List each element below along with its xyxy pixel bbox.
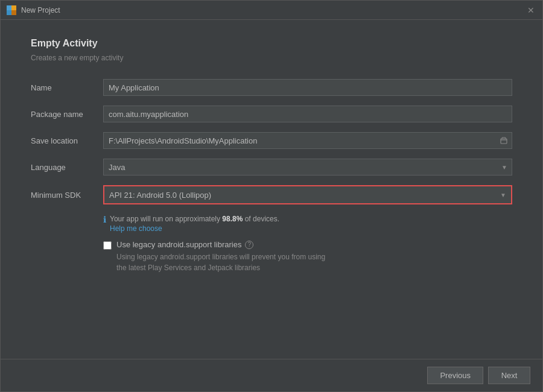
legacy-support-label: Use legacy android.support libraries ? <box>116 240 512 249</box>
next-button[interactable]: Next <box>488 367 530 384</box>
save-location-field <box>103 132 512 149</box>
info-text: Your app will run on approximately 98.8%… <box>110 215 279 223</box>
info-percentage: 98.8% <box>222 215 243 223</box>
minimum-sdk-select[interactable]: API 21: Android 5.0 (Lollipop) API 22: A… <box>104 186 511 203</box>
legacy-support-row: Use legacy android.support libraries ? U… <box>103 240 512 273</box>
dialog-content: Empty Activity Creates a new empty activ… <box>1 20 542 359</box>
info-content: Your app will run on approximately 98.8%… <box>110 214 279 233</box>
dialog-title: New Project <box>21 6 60 14</box>
close-button[interactable]: ✕ <box>526 5 536 16</box>
question-icon[interactable]: ? <box>245 241 253 249</box>
section-subtitle: Creates a new empty activity <box>31 54 512 62</box>
legacy-support-label-text: Use legacy android.support libraries <box>116 240 241 249</box>
save-location-row: Save location <box>31 132 512 149</box>
language-select-wrapper: Java Kotlin ▼ <box>103 159 512 175</box>
browse-button[interactable] <box>495 132 512 149</box>
info-suffix: of devices. <box>243 215 279 223</box>
language-row: Language Java Kotlin ▼ <box>31 159 512 175</box>
app-icon <box>7 5 16 15</box>
legacy-support-checkbox[interactable] <box>103 241 112 250</box>
title-bar: New Project ✕ <box>1 1 542 20</box>
previous-button[interactable]: Previous <box>427 367 483 384</box>
package-name-row: Package name <box>31 106 512 122</box>
name-label: Name <box>31 83 103 92</box>
dialog-footer: Previous Next <box>1 359 542 391</box>
new-project-dialog: New Project ✕ Empty Activity Creates a n… <box>0 0 543 392</box>
svg-rect-2 <box>7 10 11 15</box>
section-title: Empty Activity <box>31 38 512 49</box>
language-label: Language <box>31 163 103 172</box>
help-link[interactable]: Help me choose <box>110 224 279 233</box>
info-prefix: Your app will run on approximately <box>110 215 222 223</box>
svg-rect-4 <box>501 139 507 144</box>
title-bar-left: New Project <box>7 5 60 15</box>
package-name-label: Package name <box>31 110 103 119</box>
legacy-support-content: Use legacy android.support libraries ? U… <box>116 240 512 273</box>
svg-rect-1 <box>11 5 16 10</box>
save-location-label: Save location <box>31 136 103 145</box>
minimum-sdk-label: Minimum SDK <box>31 191 103 200</box>
name-input[interactable] <box>103 79 512 96</box>
minimum-sdk-select-wrapper: API 21: Android 5.0 (Lollipop) API 22: A… <box>103 185 512 204</box>
save-location-input[interactable] <box>103 132 495 149</box>
legacy-support-description: Using legacy android.support libraries w… <box>116 251 512 273</box>
minimum-sdk-row: Minimum SDK API 21: Android 5.0 (Lollipo… <box>31 185 512 204</box>
language-select[interactable]: Java Kotlin <box>103 159 512 175</box>
info-row: ℹ Your app will run on approximately 98.… <box>103 214 512 233</box>
info-icon: ℹ <box>103 215 106 224</box>
package-name-input[interactable] <box>103 106 512 122</box>
name-row: Name <box>31 79 512 96</box>
svg-rect-3 <box>11 10 16 15</box>
svg-rect-0 <box>7 5 11 10</box>
